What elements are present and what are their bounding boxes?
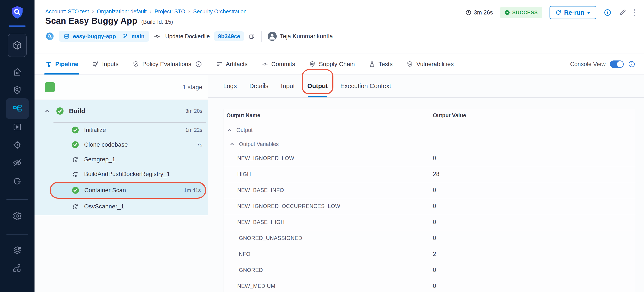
stage-panel-header: 1 stage <box>34 75 208 100</box>
output-row: INFO 2 <box>224 246 636 262</box>
output-name: NEW_IGNORED_OCCURRENCES_LOW <box>224 203 432 209</box>
stage-row-build[interactable]: Build 3m 20s <box>34 100 208 122</box>
commit-icon <box>154 33 161 40</box>
edit-pencil-icon[interactable] <box>619 9 626 17</box>
step-detail-panel: Logs Details Input Output Execution Cont… <box>208 75 644 292</box>
breadcrumb-separator-icon: › <box>150 8 152 15</box>
collapse-chevron-icon[interactable] <box>44 107 51 115</box>
tab-tests[interactable]: Tests <box>368 54 392 75</box>
breadcrumb-project[interactable]: Project: STO <box>154 9 185 15</box>
output-row: NEW_IGNORED_OCCURRENCES_LOW 0 <box>224 198 636 214</box>
repo-branch-pill[interactable]: easy-buggy-app main <box>59 31 149 42</box>
success-icon <box>71 140 79 149</box>
target-icon[interactable] <box>12 140 22 150</box>
output-name: NEW_IGNORED_LOW <box>224 155 432 161</box>
tab-policy-evaluations[interactable]: Policy Evaluations <box>132 54 202 75</box>
step-row-build-and-push[interactable]: BuildAndPushDockerRegistry_1 <box>34 167 208 181</box>
execution-tabbar: Pipeline Inputs Policy Evaluations <box>34 54 644 75</box>
step-duration: 7s <box>197 142 202 148</box>
stage-build-block: Build 3m 20s Initialize 1m 22s <box>34 100 208 215</box>
scan-shield-icon[interactable] <box>12 85 22 95</box>
author-name: Teja Kummarikuntla <box>280 33 333 40</box>
console-view-toggle[interactable] <box>610 60 624 68</box>
tab-pipeline[interactable]: Pipeline <box>45 54 78 75</box>
step-row-container-scan-selected[interactable]: Container Scan 1m 41s <box>50 182 206 199</box>
tab-logs[interactable]: Logs <box>223 75 237 97</box>
console-view-control: Console View <box>570 54 635 75</box>
tab-details[interactable]: Details <box>249 75 268 97</box>
output-row: HIGH 28 <box>224 166 636 182</box>
brand-underline <box>9 26 26 27</box>
tab-inputs[interactable]: Inputs <box>92 54 118 75</box>
step-detail-tabs: Logs Details Input Output Execution Cont… <box>208 75 644 98</box>
copy-icon[interactable] <box>248 33 255 40</box>
exemptions-eye-slash-icon[interactable] <box>12 158 22 168</box>
output-value: 28 <box>432 171 636 178</box>
tab-commits[interactable]: Commits <box>262 54 295 75</box>
step-row-initialize[interactable]: Initialize 1m 22s <box>34 123 208 137</box>
page-header: Account: STO test› Organization: default… <box>34 0 644 54</box>
group-label: Output Variables <box>239 141 279 147</box>
author: Teja Kummarikuntla <box>268 32 333 41</box>
get-started-power-icon[interactable] <box>12 176 22 186</box>
tab-execution-context[interactable]: Execution Context <box>340 75 391 97</box>
stage-duration: 3m 20s <box>185 108 202 114</box>
output-value: 0 <box>432 203 636 210</box>
step-row-semgrep[interactable]: Semgrep_1 <box>34 152 208 167</box>
tab-vulnerabilities[interactable]: Vulnerabilities <box>406 54 454 75</box>
info-icon[interactable] <box>604 9 612 17</box>
policy-shield-icon <box>132 61 139 68</box>
status-badge: SUCCESS <box>500 7 542 18</box>
tab-output-label: Output <box>307 82 328 90</box>
stage-status-square[interactable] <box>45 82 55 92</box>
output-name: NEW_BASE_HIGH <box>224 219 432 225</box>
kebab-menu-icon[interactable] <box>634 9 635 16</box>
step-group-icon <box>71 170 79 178</box>
step-label: Container Scan <box>84 187 126 194</box>
stage-panel: 1 stage Build 3m 20s <box>34 75 208 292</box>
breadcrumb-account[interactable]: Account: STO test <box>45 9 89 15</box>
step-label: Clone codebase <box>84 141 128 148</box>
settings-gear-icon[interactable] <box>12 211 22 221</box>
rerun-button[interactable]: Re-run <box>550 6 596 19</box>
sto-logo-icon[interactable] <box>10 5 24 20</box>
commits-icon <box>262 61 268 68</box>
breadcrumb-org[interactable]: Organization: default <box>97 9 147 15</box>
output-value: 0 <box>432 235 636 241</box>
chevron-up-icon <box>226 127 232 133</box>
output-value: 0 <box>432 187 636 194</box>
tab-input[interactable]: Input <box>281 75 295 97</box>
home-icon[interactable] <box>12 67 22 77</box>
stage-count: 1 stage <box>182 84 202 91</box>
output-name: HIGH <box>224 171 432 177</box>
commit-message[interactable]: Update Dockerfile <box>165 33 210 40</box>
default-settings-layers-icon[interactable] <box>12 245 22 255</box>
output-variables-group-row[interactable]: Output Variables <box>224 138 636 150</box>
inputs-icon <box>92 61 99 68</box>
output-value: 0 <box>432 219 636 225</box>
step-row-osvscanner[interactable]: OsvScanner_1 <box>34 199 208 214</box>
execution-duration: 3m 26s <box>465 9 493 16</box>
commit-sha[interactable]: 9b349ce <box>214 31 244 41</box>
tab-supply-chain[interactable]: Supply Chain <box>309 54 355 75</box>
output-value: 0 <box>432 155 636 162</box>
success-icon <box>56 107 64 115</box>
supply-chain-shield-icon <box>309 61 316 68</box>
pipelines-icon[interactable] <box>12 104 22 114</box>
tab-output[interactable]: Output <box>307 75 328 97</box>
info-icon[interactable] <box>628 60 635 68</box>
module-selector-cube-icon[interactable] <box>8 34 27 57</box>
org-settings-hierarchy-icon[interactable] <box>12 263 22 273</box>
caret-down-icon <box>587 12 591 14</box>
output-group-row[interactable]: Output <box>224 122 636 138</box>
output-row: IGNORED 0 <box>224 262 636 278</box>
output-name: NEW_BASE_INFO <box>224 187 432 193</box>
tab-artifacts[interactable]: Artifacts <box>216 54 248 75</box>
executions-icon[interactable] <box>12 122 22 132</box>
step-row-clone-codebase[interactable]: Clone codebase 7s <box>34 137 208 152</box>
group-label: Output <box>236 127 252 133</box>
breadcrumb-separator-icon: › <box>188 8 190 15</box>
output-name: INFO <box>224 251 432 257</box>
console-view-label: Console View <box>570 61 606 68</box>
breadcrumb-module[interactable]: Security Orchestration <box>193 9 246 15</box>
